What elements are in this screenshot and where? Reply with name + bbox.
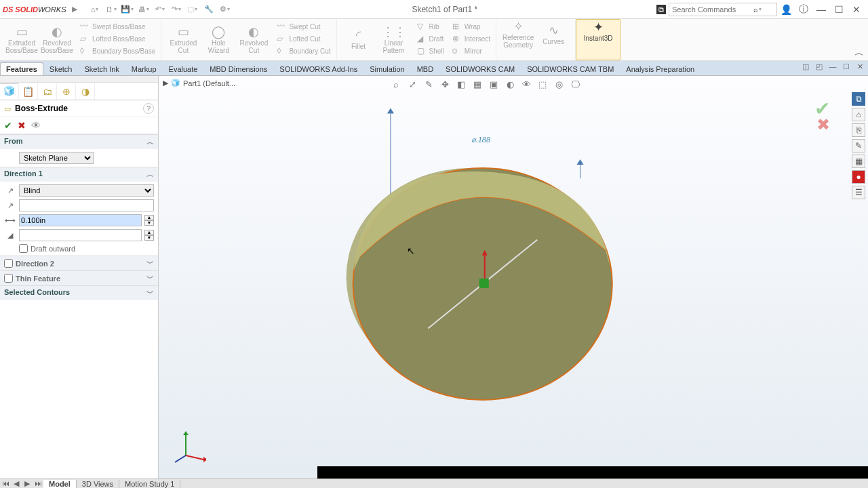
home-icon[interactable]: ⌂▾ — [87, 1, 103, 18]
panel-split-icon[interactable]: ◫ — [800, 62, 811, 71]
viewport-bottom-strip — [317, 466, 868, 479]
depth-spinner[interactable]: ▲▼ — [144, 215, 154, 226]
panel-pop-icon[interactable]: ◰ — [814, 62, 825, 71]
orientation-triad[interactable] — [174, 431, 206, 464]
user-icon[interactable]: 👤 — [777, 2, 795, 17]
pm-help-icon[interactable]: ? — [143, 103, 154, 114]
tab-simulation[interactable]: Simulation — [363, 62, 410, 75]
ribbon-group: ▭ExtrudedCut◯HoleWizard◐RevolvedCut〰Swep… — [161, 19, 336, 60]
panel-max-icon[interactable]: ☐ — [841, 62, 852, 71]
thin-feature-check[interactable] — [4, 274, 13, 283]
ribbon-mirror[interactable]: ⎊Mirror — [451, 45, 492, 57]
graphics-viewport[interactable]: ▶ 🧊 Part1 (Default... ⌕⤢✎✥◧▦▣◐👁⬚◎🖵 ✔ ✖ ⧉… — [159, 76, 868, 479]
selected-contours-header[interactable]: Selected Contours﹀ — [0, 286, 158, 300]
draft-spinner[interactable]: ▲▼ — [144, 230, 154, 241]
diameter-dim[interactable]: ⌀.188 — [471, 136, 491, 144]
from-select[interactable]: Sketch Plane — [19, 152, 94, 164]
fillet-icon: ◜ — [356, 29, 361, 43]
bottom-tabs: ⏮ ◀ ▶ ⏭ Model3D ViewsMotion Study 1 — [0, 479, 868, 488]
tab-next-icon[interactable]: ▶ — [22, 479, 33, 488]
rebuild-icon[interactable]: 🔧 — [201, 1, 217, 18]
close-button[interactable]: ✕ — [848, 2, 865, 17]
undo-icon[interactable]: ↶▾ — [152, 1, 168, 18]
tab-sketch[interactable]: Sketch — [43, 62, 79, 75]
draft-angle-field[interactable] — [19, 229, 142, 241]
draft-outward-check[interactable]: Draft outward — [19, 244, 154, 253]
ribbon-wrap[interactable]: ⊞Wrap — [451, 20, 492, 33]
tab-features[interactable]: Features — [0, 62, 43, 75]
ribbon-extruded-button[interactable]: ▭ExtrudedCut — [165, 20, 201, 59]
maximize-button[interactable]: ☐ — [830, 2, 848, 17]
property-mgr-tab[interactable]: 📋 — [19, 83, 38, 100]
ribbon-draft[interactable]: ◢Draft — [416, 33, 446, 45]
ribbon-swept-boss-base[interactable]: 〰Swept Boss/Base — [79, 20, 157, 33]
bottom-tab-model[interactable]: Model — [43, 480, 77, 488]
tab-analysis-preparation[interactable]: Analysis Preparation — [620, 62, 701, 75]
panel-min-icon[interactable]: — — [827, 62, 838, 71]
depth-field[interactable] — [19, 214, 142, 226]
ribbon-boundary-boss-base[interactable]: ◊Boundary Boss/Base — [79, 45, 157, 57]
tab-prev-icon[interactable]: ◀ — [11, 479, 22, 488]
options-icon[interactable]: ⚙▾ — [217, 1, 233, 18]
reverse-dir-icon[interactable]: ↗ — [4, 186, 16, 195]
ribbon-fillet-button[interactable]: ◜Fillet — [341, 20, 376, 59]
ribbon-revolved-button[interactable]: ◐RevolvedBoss/Base — [39, 20, 75, 59]
tab-solidworks-add-ins[interactable]: SOLIDWORKS Add-Ins — [273, 62, 363, 75]
display-mgr-tab[interactable]: ◑ — [76, 83, 95, 100]
tab-mbd[interactable]: MBD — [411, 62, 439, 75]
minimize-button[interactable]: — — [812, 2, 830, 17]
print-icon[interactable]: 🖶▾ — [136, 1, 152, 18]
ribbon-swept-cut[interactable]: 〰Swept Cut — [275, 20, 332, 33]
ribbon-hole-button[interactable]: ◯HoleWizard — [201, 20, 236, 59]
open-icon[interactable]: 🗋▾ — [103, 1, 119, 18]
thin-feature-header[interactable]: Thin Feature ﹀ — [0, 271, 158, 285]
ribbon-revolved-button[interactable]: ◐RevolvedCut — [236, 20, 271, 59]
config-mgr-tab[interactable]: 🗂 — [38, 83, 57, 100]
bottom-tab-motion-study-1[interactable]: Motion Study 1 — [119, 480, 180, 488]
direction-vector-icon[interactable]: ↗ — [4, 201, 16, 210]
ribbon-reference-button[interactable]: ✧ReferenceGeometry — [500, 20, 536, 49]
preview-toggle[interactable]: 👁 — [31, 120, 41, 131]
dim-mgr-tab[interactable]: ⊕ — [57, 83, 76, 100]
feature-mgr-tab[interactable]: 🧊 — [0, 83, 19, 100]
select-icon[interactable]: ⬚▾ — [184, 1, 201, 18]
tab-first-icon[interactable]: ⏮ — [0, 479, 11, 488]
redo-icon[interactable]: ↷▾ — [168, 1, 184, 18]
search-commands[interactable]: ⌕ ▾ — [669, 3, 777, 16]
direction-ref-field[interactable] — [19, 199, 154, 211]
reject-button[interactable]: ✖ — [18, 120, 26, 131]
end-condition-select[interactable]: Blind — [19, 184, 154, 197]
panel-grip[interactable] — [0, 76, 158, 83]
ribbon-instant3d-button[interactable]: ✦Instant3D — [580, 21, 616, 42]
panel-close-icon[interactable]: ✕ — [854, 62, 865, 71]
ribbon-rib[interactable]: ▽Rib — [416, 20, 446, 33]
ribbon-collapse[interactable]: ︿ — [854, 47, 864, 59]
search-input[interactable] — [672, 5, 753, 14]
tab-mbd-dimensions[interactable]: MBD Dimensions — [203, 62, 273, 75]
ribbon-shell[interactable]: ▢Shell — [416, 45, 446, 57]
help-icon[interactable]: ⓘ — [795, 2, 812, 17]
ribbon-curves-button[interactable]: ∿Curves — [536, 20, 571, 49]
tab-sketch-ink[interactable]: Sketch Ink — [79, 62, 125, 75]
direction2-header[interactable]: Direction 2 ﹀ — [0, 256, 158, 270]
ribbon-boundary-cut[interactable]: ◊Boundary Cut — [275, 45, 332, 57]
ribbon-linear-button[interactable]: ⋮⋮LinearPattern — [376, 20, 412, 59]
direction2-check[interactable] — [4, 259, 13, 268]
play-icon[interactable]: ▶ — [66, 1, 83, 18]
accept-button[interactable]: ✔ — [4, 120, 12, 131]
ribbon-intersect[interactable]: ⊗Intersect — [451, 33, 492, 45]
tab-solidworks-cam-tbm[interactable]: SOLIDWORKS CAM TBM — [521, 62, 620, 75]
ribbon-extruded-button[interactable]: ▭ExtrudedBoss/Base — [4, 20, 39, 59]
ribbon-lofted-cut[interactable]: ▱Lofted Cut — [275, 33, 332, 45]
search-icon[interactable]: ⌕ — [753, 5, 758, 14]
tab-markup[interactable]: Markup — [125, 62, 163, 75]
tab-evaluate[interactable]: Evaluate — [163, 62, 204, 75]
ribbon-lofted-boss-base[interactable]: ▱Lofted Boss/Base — [79, 33, 157, 45]
save-icon[interactable]: 💾▾ — [119, 1, 136, 18]
tab-solidworks-cam[interactable]: SOLIDWORKS CAM — [439, 62, 521, 75]
from-section-header[interactable]: From︿ — [0, 135, 158, 149]
tab-last-icon[interactable]: ⏭ — [33, 479, 43, 488]
bottom-tab-3d-views[interactable]: 3D Views — [77, 480, 119, 488]
direction1-header[interactable]: Direction 1︿ — [0, 167, 158, 182]
draft-icon[interactable]: ◢ — [4, 231, 16, 240]
